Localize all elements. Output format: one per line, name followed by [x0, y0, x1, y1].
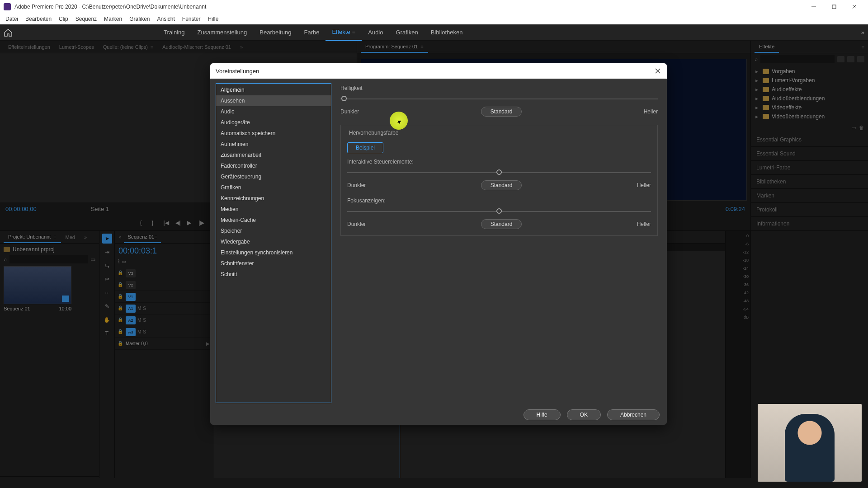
brightness-slider[interactable] [340, 94, 658, 105]
menu-sequenz[interactable]: Sequenz [72, 16, 100, 22]
maximize-button[interactable] [824, 0, 844, 14]
menu-ansicht[interactable]: Ansicht [153, 16, 178, 22]
window-close-button[interactable] [844, 0, 864, 14]
pref-aussehen[interactable]: Aussehen [216, 95, 331, 106]
dialog-title: Voreinstellungen [216, 68, 259, 75]
workspace-effekte[interactable]: Effekte ≡ [326, 24, 362, 41]
workspace-effekte-label: Effekte [332, 28, 350, 35]
pref-geraetesteuerung[interactable]: Gerätesteuerung [216, 171, 331, 182]
pref-aufnehmen[interactable]: Aufnehmen [216, 139, 331, 150]
menu-grafiken[interactable]: Grafiken [126, 16, 153, 22]
pref-audiogeraete[interactable]: Audiogeräte [216, 117, 331, 128]
workspace-farbe[interactable]: Farbe [297, 24, 326, 41]
workspace-bearbeitung[interactable]: Bearbeitung [253, 24, 297, 41]
app-icon [4, 3, 11, 10]
focus-standard-button[interactable]: Standard [481, 219, 522, 229]
pref-fadercontroller[interactable]: Fadercontroller [216, 160, 331, 171]
cursor-highlight [390, 112, 408, 130]
pref-kennzeichnungen[interactable]: Kennzeichnungen [216, 193, 331, 204]
menu-hilfe[interactable]: Hilfe [204, 16, 222, 22]
pref-speicher[interactable]: Speicher [216, 225, 331, 236]
brightness-dark-label: Dunkler [340, 108, 359, 115]
menu-bar: Datei Bearbeiten Clip Sequenz Marken Gra… [0, 14, 868, 24]
pref-schnittfenster[interactable]: Schnittfenster [216, 258, 331, 269]
workspace-audio[interactable]: Audio [362, 24, 389, 41]
cancel-button[interactable]: Abbrechen [607, 409, 660, 420]
menu-fenster[interactable]: Fenster [179, 16, 204, 22]
pref-einstellungen-sync[interactable]: Einstellungen synchronisieren [216, 247, 331, 258]
pref-medien-cache[interactable]: Medien-Cache [216, 215, 331, 225]
workspace-menu-icon[interactable]: ≡ [352, 28, 356, 35]
menu-marken[interactable]: Marken [100, 16, 126, 22]
menu-clip[interactable]: Clip [55, 16, 72, 22]
preferences-sidebar: Allgemein Aussehen Audio Audiogeräte Aut… [216, 83, 331, 403]
preferences-dialog: Voreinstellungen Allgemein Aussehen Audi… [210, 63, 667, 425]
focus-dark-label: Dunkler [347, 221, 366, 227]
menu-datei[interactable]: Datei [2, 16, 22, 22]
interactive-light-label: Heller [637, 182, 651, 188]
workspace-zusammenstellung[interactable]: Zusammenstellung [191, 24, 253, 41]
focus-slider-thumb[interactable] [496, 208, 502, 214]
workspace-bibliotheken[interactable]: Bibliotheken [425, 24, 469, 41]
interactive-slider-thumb[interactable] [496, 169, 502, 175]
home-icon[interactable] [4, 28, 13, 37]
pref-audio[interactable]: Audio [216, 106, 331, 117]
window-title-bar: Adobe Premiere Pro 2020 - C:\Benutzer\pe… [0, 0, 868, 14]
pref-schnitt[interactable]: Schnitt [216, 269, 331, 280]
brightness-slider-thumb[interactable] [341, 96, 347, 101]
example-button[interactable]: Beispiel [347, 142, 383, 153]
pref-allgemein[interactable]: Allgemein [216, 84, 331, 95]
highlight-label: Hervorhebungsfarbe [347, 130, 400, 136]
pref-wiedergabe[interactable]: Wiedergabe [216, 236, 331, 247]
focus-light-label: Heller [637, 221, 651, 227]
dialog-close-button[interactable] [654, 67, 661, 75]
minimize-button[interactable] [803, 0, 824, 14]
brightness-standard-button[interactable]: Standard [481, 107, 522, 117]
focus-slider[interactable] [347, 206, 651, 217]
workspace-training[interactable]: Training [157, 24, 191, 41]
interactive-dark-label: Dunkler [347, 182, 366, 188]
focus-label: Fokusanzeigen: [347, 197, 651, 204]
window-title: Adobe Premiere Pro 2020 - C:\Benutzer\pe… [14, 4, 803, 10]
help-button[interactable]: Hilfe [524, 409, 561, 420]
brightness-light-label: Heller [644, 108, 658, 115]
pref-medien[interactable]: Medien [216, 204, 331, 215]
pref-zusammenarbeit[interactable]: Zusammenarbeit [216, 150, 331, 160]
workspace-overflow-icon[interactable]: » [861, 29, 864, 36]
pref-grafiken[interactable]: Grafiken [216, 182, 331, 193]
brightness-label: Helligkeit [340, 85, 658, 91]
workspace-grafiken[interactable]: Grafiken [389, 24, 424, 41]
menu-bearbeiten[interactable]: Bearbeiten [22, 16, 55, 22]
webcam-overlay [758, 404, 862, 482]
ok-button[interactable]: OK [567, 409, 601, 420]
interactive-slider[interactable] [347, 168, 651, 178]
interactive-label: Interaktive Steuerelemente: [347, 159, 651, 165]
workspace-bar: Training Zusammenstellung Bearbeitung Fa… [0, 24, 868, 41]
svg-rect-0 [832, 5, 836, 9]
interactive-standard-button[interactable]: Standard [481, 180, 522, 190]
cursor-icon [397, 119, 401, 124]
pref-autospeichern[interactable]: Automatisch speichern [216, 128, 331, 139]
